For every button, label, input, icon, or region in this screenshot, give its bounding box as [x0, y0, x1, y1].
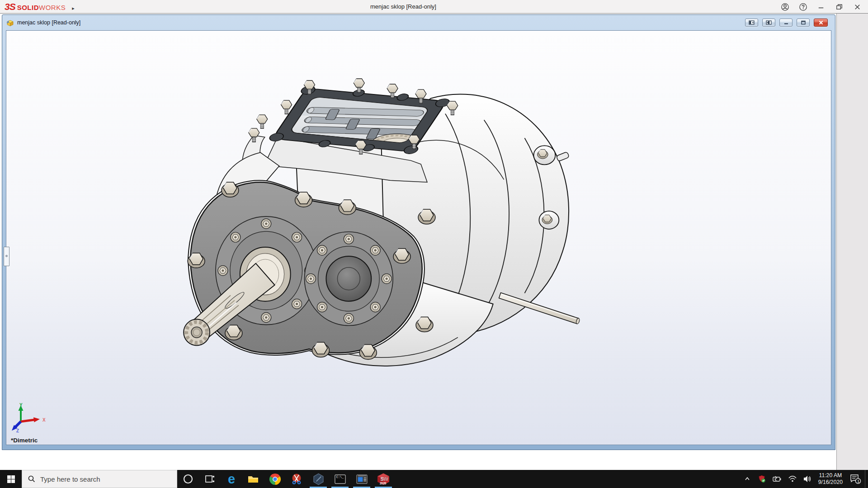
graphics-viewport[interactable]: Y X Z *Dimetric [6, 30, 831, 445]
taskbar-app-edge[interactable]: e [221, 470, 242, 488]
command-prompt-icon: C:\_ [334, 473, 346, 485]
taskbar-clock[interactable]: 11:20 AM 9/16/2020 [818, 472, 843, 486]
view-orientation-label: *Dimetric [11, 437, 38, 444]
document-window-controls [745, 19, 828, 27]
file-explorer-icon [247, 473, 259, 485]
doc-close-button[interactable] [814, 19, 828, 27]
wifi-icon[interactable] [788, 476, 797, 482]
start-button[interactable] [0, 470, 22, 488]
restore-down-icon[interactable] [835, 3, 844, 11]
desktop-screen: 3S SOLID WORKS ▸ menjac sklop [Read-only… [0, 0, 868, 488]
notification-badge: 1 [857, 479, 859, 483]
doc-minimize-button[interactable] [779, 19, 793, 27]
pane-left-button[interactable] [745, 19, 758, 27]
brand-works: WORKS [39, 4, 66, 11]
hidden-icons-chevron-icon[interactable] [744, 475, 751, 483]
taskbar-app-chrome[interactable] [264, 470, 286, 488]
hexagon-app-icon [312, 473, 325, 485]
show-desktop-button[interactable] [865, 470, 868, 488]
sw-letter-w: W [384, 476, 389, 482]
cmd-label: C:\_ [336, 475, 344, 479]
system-tray: 11:20 AM 9/16/2020 1 [744, 470, 865, 488]
chrome-icon [269, 473, 281, 485]
solidworks-2020-icon: S W 2020 [377, 473, 390, 485]
feature-tree-collapsed-tab[interactable] [4, 247, 9, 266]
taskbar-app-solidworks[interactable]: S W 2020 [373, 470, 394, 488]
document-window: menjac sklop [Read-only] [2, 14, 835, 450]
task-pane-collapsed-strip[interactable] [836, 14, 868, 470]
pane-right-button[interactable] [762, 19, 775, 27]
close-icon[interactable] [853, 3, 862, 11]
task-view-button[interactable] [199, 470, 221, 488]
tab-grip-dot [5, 255, 8, 257]
app-client-area: menjac sklop [Read-only] [0, 14, 868, 470]
windows-logo-icon [7, 475, 15, 483]
cortana-icon [183, 474, 193, 484]
cortana-button[interactable] [177, 470, 199, 488]
orientation-triad: Y X Z [11, 403, 52, 442]
triad-y-label: Y [19, 403, 23, 408]
media-app-icon [356, 473, 368, 485]
app-window-title: menjac sklop [Read-only] [370, 3, 436, 10]
search-icon [28, 475, 35, 483]
triad-x-label: X [42, 418, 46, 422]
right-bearing-cover[interactable] [305, 232, 393, 326]
solidworks-3s-mark-icon: 3S [5, 1, 15, 12]
taskbar-app-hexagon[interactable] [307, 470, 329, 488]
task-view-icon [205, 474, 215, 484]
action-center-icon[interactable]: 1 [849, 474, 861, 484]
clock-date: 9/16/2020 [818, 479, 843, 486]
taskbar-app-file-explorer[interactable] [242, 470, 264, 488]
windows-taskbar: Type here to search e [0, 470, 868, 488]
minimize-icon[interactable] [817, 3, 826, 11]
taskbar-spacer [394, 470, 744, 488]
menu-flyout-arrow-icon[interactable]: ▸ [72, 5, 75, 11]
doc-restore-button[interactable] [797, 19, 810, 27]
help-icon[interactable] [799, 3, 807, 11]
model-3d-gearbox[interactable] [6, 31, 831, 445]
battery-icon[interactable] [773, 475, 782, 483]
assembly-document-icon [6, 19, 14, 27]
sw-year: 2020 [380, 482, 387, 485]
taskbar-app-media[interactable] [351, 470, 373, 488]
document-titlebar[interactable]: menjac sklop [Read-only] [2, 15, 835, 30]
account-icon[interactable] [781, 3, 789, 11]
search-placeholder: Type here to search [40, 475, 100, 483]
edge-icon: e [228, 473, 235, 486]
solidworks-status-icon[interactable] [758, 475, 766, 483]
triad-z-label: Z [16, 428, 19, 433]
snipping-tool-icon [291, 473, 302, 485]
brand-solid: SOLID [17, 4, 39, 11]
taskbar-app-snipping-tool[interactable] [286, 470, 307, 488]
taskbar-app-command-prompt[interactable]: C:\_ [329, 470, 351, 488]
volume-icon[interactable] [803, 475, 811, 483]
solidworks-logo[interactable]: 3S SOLID WORKS ▸ [5, 1, 75, 12]
app-titlebar: 3S SOLID WORKS ▸ menjac sklop [Read-only… [0, 0, 868, 14]
document-title: menjac sklop [Read-only] [17, 19, 80, 26]
taskbar-search-box[interactable]: Type here to search [22, 470, 177, 488]
clock-time: 11:20 AM [818, 472, 843, 479]
